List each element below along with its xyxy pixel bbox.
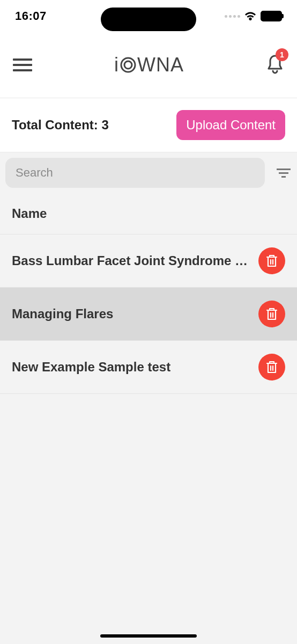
svg-point-0	[121, 58, 135, 72]
notifications-button[interactable]: 1	[266, 54, 284, 76]
app-header: i WNA 1	[0, 32, 297, 98]
delete-button[interactable]	[258, 354, 285, 380]
total-content-label: Total Content: 3	[12, 118, 109, 133]
row-title: Managing Flares	[12, 306, 250, 321]
svg-rect-4	[281, 176, 286, 178]
home-indicator	[100, 634, 197, 638]
status-time: 16:07	[15, 9, 47, 23]
table-header: Name	[0, 193, 297, 235]
column-header-name: Name	[12, 206, 285, 221]
empty-area	[0, 394, 297, 644]
table-row[interactable]: New Example Sample test	[0, 341, 297, 394]
delete-button[interactable]	[258, 301, 285, 327]
battery-icon	[261, 11, 282, 21]
delete-button[interactable]	[258, 247, 285, 274]
trash-icon	[265, 360, 278, 374]
table-row[interactable]: Managing Flares	[0, 288, 297, 341]
search-input[interactable]	[5, 158, 265, 188]
status-bar: 16:07	[0, 0, 297, 32]
svg-point-1	[124, 61, 132, 69]
row-title: New Example Sample test	[12, 360, 250, 375]
summary-row: Total Content: 3 Upload Content	[0, 98, 297, 152]
trash-icon	[265, 254, 278, 268]
menu-icon[interactable]	[13, 58, 32, 71]
cellular-signal-icon	[225, 15, 240, 18]
device-notch	[101, 8, 196, 31]
status-right	[225, 11, 282, 21]
table-row[interactable]: Bass Lumbar Facet Joint Syndrome Injecti…	[0, 235, 297, 288]
upload-content-button[interactable]: Upload Content	[176, 110, 285, 140]
search-row	[0, 152, 297, 193]
filter-icon	[277, 167, 291, 178]
brand-logo: i WNA	[114, 54, 184, 76]
wifi-icon	[244, 11, 256, 21]
filter-button[interactable]	[270, 167, 297, 178]
trash-icon	[265, 307, 278, 321]
row-title: Bass Lumbar Facet Joint Syndrome Injecti…	[12, 253, 250, 268]
svg-rect-2	[277, 169, 291, 170]
svg-rect-3	[279, 172, 288, 174]
notification-badge: 1	[276, 48, 288, 61]
